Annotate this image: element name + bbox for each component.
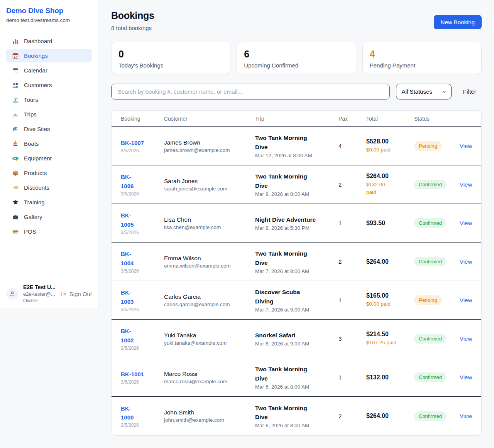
sidebar-item-bookings[interactable]: 17Bookings bbox=[6, 49, 92, 62]
page-subtitle: 8 total bookings bbox=[111, 25, 154, 31]
trip-datetime: Mar 7, 2026 at 9:00 AM bbox=[255, 307, 338, 313]
sidebar-item-calendar[interactable]: Calendar bbox=[6, 64, 92, 77]
view-link[interactable]: View bbox=[460, 181, 472, 188]
view-link[interactable]: View bbox=[460, 335, 472, 342]
trip-datetime: Mar 8, 2026 at 8:00 AM bbox=[255, 191, 338, 197]
trip-name: Night Dive Adventure bbox=[255, 215, 316, 224]
booking-id-link[interactable]: BK-1003 bbox=[121, 288, 164, 306]
new-booking-button[interactable]: New Booking bbox=[434, 15, 482, 29]
user-section: E2E Test U... e2e-tester@... Owner Sign … bbox=[0, 279, 98, 308]
booking-id-link[interactable]: BK-1006 bbox=[121, 172, 164, 190]
status-badge: Pending bbox=[414, 295, 442, 305]
booking-id-link[interactable]: BK-1000 bbox=[121, 404, 164, 422]
total-cell: $528.00$0.00 paid bbox=[366, 138, 414, 154]
table-row: BK-10073/5/2026James Brownjames.brown@ex… bbox=[112, 127, 481, 165]
booking-cell: BK-10043/5/2026 bbox=[121, 249, 164, 274]
customer-name: Lisa Chen bbox=[164, 216, 255, 223]
booking-id-link[interactable]: BK-1005 bbox=[121, 211, 164, 229]
sidebar-item-label: Boats bbox=[24, 140, 39, 147]
booking-cell: BK-10073/5/2026 bbox=[121, 138, 164, 153]
sidebar-item-label: Calendar bbox=[24, 67, 47, 74]
booking-date: 3/5/2026 bbox=[121, 230, 164, 235]
sign-out-button[interactable]: Sign Out bbox=[60, 291, 92, 297]
page-title-block: Bookings 8 total bookings bbox=[111, 10, 154, 31]
total-cell: $93.50 bbox=[366, 220, 414, 227]
sidebar-item-dashboard[interactable]: Dashboard bbox=[6, 34, 92, 48]
sidebar-item-training[interactable]: Training bbox=[6, 195, 92, 209]
booking-cell: BK-10053/5/2026 bbox=[121, 211, 164, 235]
trip-cell: Two Tank Morning DiveMar 6, 2026 at 8:00… bbox=[255, 365, 338, 390]
sidebar-item-equipment[interactable]: Equipment bbox=[6, 152, 92, 165]
sidebar-item-label: Customers bbox=[24, 82, 52, 88]
avatar bbox=[6, 288, 19, 300]
total-amount: $528.00 bbox=[366, 138, 414, 145]
customer-email: emma.wilson@example.com bbox=[164, 263, 255, 269]
trip-datetime: Mar 6, 2026 at 8:00 AM bbox=[255, 384, 338, 390]
booking-id-link[interactable]: BK-1002 bbox=[121, 327, 164, 345]
trip-datetime: Mar 6, 2026 at 9:00 AM bbox=[255, 341, 338, 347]
view-link[interactable]: View bbox=[460, 413, 472, 419]
view-link[interactable]: View bbox=[460, 143, 472, 149]
booking-date: 3/5/2026 bbox=[121, 379, 164, 385]
view-link[interactable]: View bbox=[460, 220, 472, 226]
pax-cell: 4 bbox=[338, 143, 366, 149]
trip-datetime: Mar 8, 2026 at 5:30 PM bbox=[255, 225, 338, 231]
status-select[interactable]: All Statuses bbox=[396, 84, 452, 99]
user-meta: E2E Test U... e2e-tester@... Owner bbox=[23, 284, 56, 303]
filter-row: All Statuses Filter bbox=[111, 84, 482, 99]
trip-name: Snorkel Safari bbox=[255, 331, 316, 340]
bar-chart-icon bbox=[12, 37, 19, 45]
sidebar-item-gallery[interactable]: Gallery bbox=[6, 210, 92, 224]
booking-id-link[interactable]: BK-1007 bbox=[121, 138, 164, 147]
sidebar-item-label: Trips bbox=[24, 111, 37, 118]
customer-email: carlos.garcia@example.com bbox=[164, 301, 255, 307]
column-header-customer: Customer bbox=[164, 116, 255, 122]
sidebar-item-pos[interactable]: POS bbox=[6, 225, 92, 238]
sidebar-item-label: Bookings bbox=[24, 52, 48, 59]
calendar-date-icon: 17 bbox=[12, 52, 19, 59]
stat-label: Today's Bookings bbox=[118, 62, 223, 69]
paid-amount: $0.00 paid bbox=[366, 146, 399, 154]
booking-date: 3/5/2026 bbox=[121, 423, 164, 428]
booking-date: 3/5/2026 bbox=[121, 307, 164, 312]
sidebar-item-trips[interactable]: Trips bbox=[6, 108, 92, 121]
stat-label: Upcoming Confirmed bbox=[244, 62, 349, 69]
search-input[interactable] bbox=[111, 84, 390, 99]
total-cell: $165.00$0.00 paid bbox=[366, 292, 414, 308]
sidebar-item-dive-sites[interactable]: Dive Sites bbox=[6, 122, 92, 136]
view-link[interactable]: View bbox=[460, 297, 472, 303]
speedboat-icon bbox=[12, 111, 19, 118]
sidebar-item-customers[interactable]: Customers bbox=[6, 78, 92, 92]
view-link[interactable]: View bbox=[460, 258, 472, 265]
sidebar-item-boats[interactable]: Boats bbox=[6, 137, 92, 150]
status-badge: Confirmed bbox=[414, 411, 447, 421]
sidebar-item-products[interactable]: Products bbox=[6, 166, 92, 180]
view-link[interactable]: View bbox=[460, 374, 472, 381]
status-cell: Confirmed bbox=[414, 180, 460, 189]
column-header-trip: Trip bbox=[255, 116, 338, 122]
person-icon bbox=[9, 290, 16, 297]
pax-cell: 2 bbox=[338, 181, 366, 188]
booking-id-link[interactable]: BK-1004 bbox=[121, 249, 164, 268]
trip-datetime: Mar 12, 2026 at 8:00 AM bbox=[255, 153, 338, 158]
table-row: BK-10023/5/2026Yuki Tanakayuki.tanaka@ex… bbox=[112, 320, 481, 358]
booking-date: 3/5/2026 bbox=[121, 191, 164, 197]
booking-id-link[interactable]: BK-1001 bbox=[121, 370, 164, 379]
brand-title: Demo Dive Shop bbox=[6, 7, 92, 15]
stat-label: Pending Payment bbox=[370, 62, 474, 69]
customer-email: james.brown@example.com bbox=[164, 147, 255, 153]
booking-cell: BK-10013/5/2026 bbox=[121, 370, 164, 385]
island-icon bbox=[12, 96, 19, 103]
filter-button[interactable]: Filter bbox=[458, 88, 482, 95]
status-cell: Confirmed bbox=[414, 334, 460, 344]
customer-cell: Lisa Chenlisa.chen@example.com bbox=[164, 216, 255, 230]
bookings-table: BookingCustomerTripPaxTotalStatus BK-100… bbox=[111, 110, 482, 436]
table-row: BK-10033/5/2026Carlos Garciacarlos.garci… bbox=[112, 281, 481, 320]
sidebar-item-tours[interactable]: Tours bbox=[6, 93, 92, 106]
booking-date: 3/5/2026 bbox=[121, 345, 164, 351]
sidebar-item-discounts[interactable]: Discounts bbox=[6, 181, 92, 194]
customer-name: Emma Wilson bbox=[164, 255, 255, 262]
status-badge: Confirmed bbox=[414, 372, 447, 382]
total-cell: $132.00 bbox=[366, 374, 414, 381]
action-cell: View bbox=[460, 220, 472, 227]
